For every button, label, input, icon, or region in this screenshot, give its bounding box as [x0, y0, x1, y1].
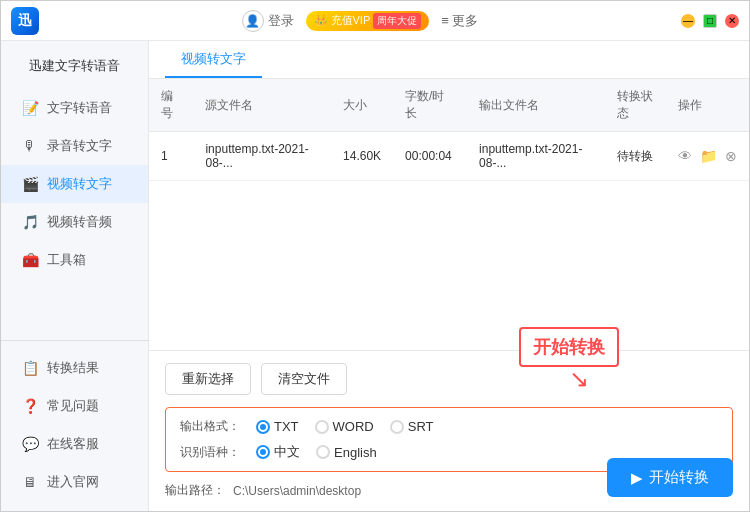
sidebar-item-text-to-speech[interactable]: 📝 文字转语音: [1, 89, 148, 127]
convert-result-icon: 📋: [21, 359, 39, 377]
sidebar-label-toolbox: 工具箱: [47, 251, 86, 269]
action-icons: 👁 📁 ⊗: [678, 148, 737, 164]
sidebar-label-text-to-speech: 文字转语音: [47, 99, 112, 117]
cell-duration: 00:00:04: [393, 132, 467, 181]
col-header-output: 输出文件名: [467, 79, 605, 132]
sidebar-label-video-to-text: 视频转文字: [47, 175, 112, 193]
col-header-status: 转换状态: [605, 79, 666, 132]
sidebar-item-video-to-audio[interactable]: 🎵 视频转音频: [1, 203, 148, 241]
text-to-speech-icon: 📝: [21, 99, 39, 117]
faq-icon: ❓: [21, 397, 39, 415]
preview-icon[interactable]: 👁: [678, 148, 692, 164]
btn-row: 重新选择 清空文件: [165, 363, 733, 395]
language-label: 识别语种：: [180, 444, 250, 461]
sidebar-bottom: 📋 转换结果 ❓ 常见问题 💬 在线客服 🖥 进入官网: [1, 340, 148, 501]
format-word[interactable]: WORD: [315, 419, 374, 434]
sidebar-label-convert-result: 转换结果: [47, 359, 99, 377]
table-row: 1 inputtemp.txt-2021-08-... 14.60K 00:00…: [149, 132, 749, 181]
titlebar-center: 👤 登录 👑 充值VIP 周年大促 ≡ 更多: [242, 10, 479, 32]
output-path-value: C:\Users\admin\desktop: [233, 484, 361, 498]
delete-icon[interactable]: ⊗: [725, 148, 737, 164]
language-chinese-radio[interactable]: [256, 445, 270, 459]
titlebar: 迅 👤 登录 👑 充值VIP 周年大促 ≡ 更多 — □: [1, 1, 749, 41]
minimize-button[interactable]: —: [681, 14, 695, 28]
reselect-button[interactable]: 重新选择: [165, 363, 251, 395]
video-to-audio-icon: 🎵: [21, 213, 39, 231]
app-window: 迅 👤 登录 👑 充值VIP 周年大促 ≡ 更多 — □: [0, 0, 750, 512]
titlebar-right: — □ ✕: [681, 14, 739, 28]
output-path-label: 输出路径：: [165, 482, 225, 499]
content-area: 视频转文字 编号 源文件名 大小 字数/时长 输出文件名: [149, 41, 749, 511]
user-area[interactable]: 👤 登录: [242, 10, 294, 32]
cell-output-name: inputtemp.txt-2021-08-...: [467, 132, 605, 181]
sidebar-label-website: 进入官网: [47, 473, 99, 491]
folder-icon[interactable]: 📁: [700, 148, 717, 164]
col-header-size: 大小: [331, 79, 393, 132]
content-wrapper: 视频转文字 编号 源文件名 大小 字数/时长 输出文件名: [149, 41, 749, 511]
sidebar-label-audio-to-text: 录音转文字: [47, 137, 112, 155]
format-label: 输出格式：: [180, 418, 250, 435]
sidebar-item-audio-to-text[interactable]: 🎙 录音转文字: [1, 127, 148, 165]
close-button[interactable]: ✕: [725, 14, 739, 28]
online-support-icon: 💬: [21, 435, 39, 453]
file-table: 编号 源文件名 大小 字数/时长 输出文件名 转换状态 操作 1: [149, 79, 749, 181]
audio-to-text-icon: 🎙: [21, 137, 39, 155]
sidebar-item-faq[interactable]: ❓ 常见问题: [1, 387, 148, 425]
language-english-radio[interactable]: [316, 445, 330, 459]
start-convert-button[interactable]: ▶ 开始转换: [607, 458, 733, 497]
clear-files-button[interactable]: 清空文件: [261, 363, 347, 395]
format-radio-group: TXT WORD SRT: [256, 419, 434, 434]
format-txt-radio[interactable]: [256, 420, 270, 434]
toolbox-icon: 🧰: [21, 251, 39, 269]
sidebar-label-video-to-audio: 视频转音频: [47, 213, 112, 231]
sidebar-label-faq: 常见问题: [47, 397, 99, 415]
app-logo: 迅: [11, 7, 39, 35]
format-word-radio[interactable]: [315, 420, 329, 434]
video-to-text-icon: 🎬: [21, 175, 39, 193]
maximize-button[interactable]: □: [703, 14, 717, 28]
vip-badge[interactable]: 👑 充值VIP 周年大促: [306, 11, 430, 31]
crown-icon: 👑: [314, 14, 328, 27]
cell-id: 1: [149, 132, 193, 181]
format-option-row: 输出格式： TXT WORD: [180, 418, 718, 435]
table-header-row: 编号 源文件名 大小 字数/时长 输出文件名 转换状态 操作: [149, 79, 749, 132]
language-english[interactable]: English: [316, 445, 377, 460]
language-radio-group: 中文 English: [256, 443, 377, 461]
language-chinese[interactable]: 中文: [256, 443, 300, 461]
anniversary-badge: 周年大促: [373, 13, 421, 29]
website-icon: 🖥: [21, 473, 39, 491]
sidebar-label-online-support: 在线客服: [47, 435, 99, 453]
format-srt[interactable]: SRT: [390, 419, 434, 434]
cell-size: 14.60K: [331, 132, 393, 181]
sidebar-item-online-support[interactable]: 💬 在线客服: [1, 425, 148, 463]
more-button[interactable]: ≡ 更多: [441, 12, 478, 30]
sidebar-item-toolbox[interactable]: 🧰 工具箱: [1, 241, 148, 279]
sidebar-item-convert-result[interactable]: 📋 转换结果: [1, 349, 148, 387]
main-layout: 迅建文字转语音 📝 文字转语音 🎙 录音转文字 🎬 视频转文字 🎵 视频转音频 …: [1, 41, 749, 511]
col-header-id: 编号: [149, 79, 193, 132]
cell-source-name: inputtemp.txt-2021-08-...: [193, 132, 331, 181]
login-label: 登录: [268, 12, 294, 30]
cell-actions: 👁 📁 ⊗: [666, 132, 749, 181]
sidebar-item-website[interactable]: 🖥 进入官网: [1, 463, 148, 501]
col-header-source: 源文件名: [193, 79, 331, 132]
titlebar-left: 迅: [11, 7, 39, 35]
tab-video-to-text[interactable]: 视频转文字: [165, 42, 262, 78]
app-name: 迅建文字转语音: [1, 51, 148, 89]
tab-bar: 视频转文字: [149, 41, 749, 79]
sidebar-item-video-to-text[interactable]: 🎬 视频转文字: [1, 165, 148, 203]
col-header-duration: 字数/时长: [393, 79, 467, 132]
table-area: 编号 源文件名 大小 字数/时长 输出文件名 转换状态 操作 1: [149, 79, 749, 350]
cell-status: 待转换: [605, 132, 666, 181]
sidebar: 迅建文字转语音 📝 文字转语音 🎙 录音转文字 🎬 视频转文字 🎵 视频转音频 …: [1, 41, 149, 511]
annotation-area: 开始转换 ↘: [519, 327, 619, 391]
format-txt[interactable]: TXT: [256, 419, 299, 434]
play-icon: ▶: [631, 469, 643, 487]
col-header-actions: 操作: [666, 79, 749, 132]
annotation-box: 开始转换: [519, 327, 619, 367]
user-icon: 👤: [242, 10, 264, 32]
vip-label: 充值VIP: [331, 13, 371, 28]
arrow-down-icon: ↘: [569, 367, 619, 391]
format-srt-radio[interactable]: [390, 420, 404, 434]
